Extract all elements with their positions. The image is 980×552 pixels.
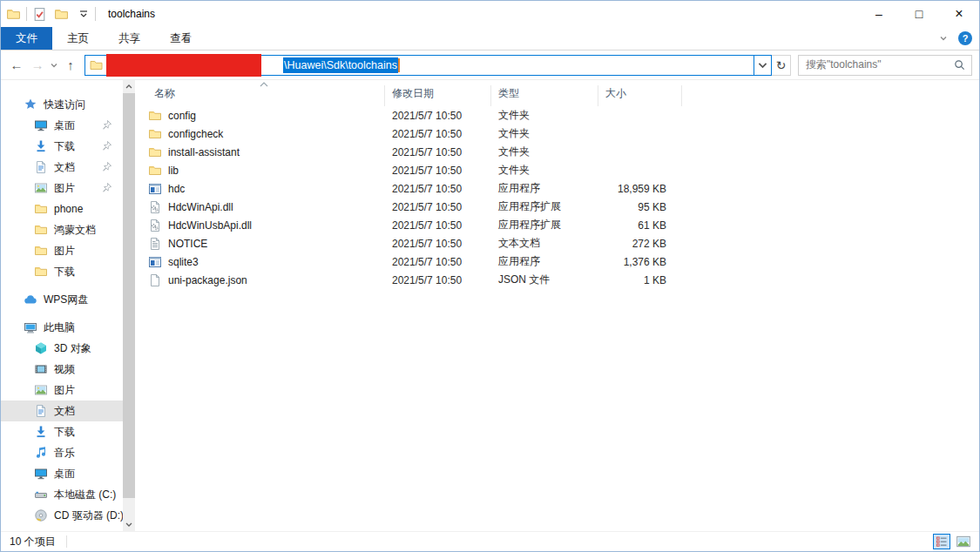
file-row[interactable]: lib2021/5/7 10:50文件夹 xyxy=(147,161,979,179)
sidebar-item-label: phone xyxy=(54,203,83,215)
search-placeholder: 搜索"toolchains" xyxy=(806,57,953,72)
title-bar: toolchains – □ × xyxy=(1,1,979,27)
cd-icon xyxy=(34,508,48,522)
sort-ascending-icon[interactable] xyxy=(259,81,269,88)
ribbon-tab[interactable]: 查看 xyxy=(155,27,206,50)
dll-icon xyxy=(148,200,162,214)
search-input[interactable]: 搜索"toolchains" xyxy=(798,55,972,76)
file-name: hdc xyxy=(168,183,185,195)
column-header-type[interactable]: 类型 xyxy=(491,85,598,106)
sidebar-item[interactable]: 桌面 xyxy=(1,463,123,484)
file-row[interactable]: uni-package.json2021/5/7 10:50JSON 文件1 K… xyxy=(147,271,979,289)
pin-icon xyxy=(101,119,112,131)
document-icon xyxy=(34,404,48,418)
file-row[interactable]: configcheck2021/5/7 10:50文件夹 xyxy=(147,125,979,143)
file-row[interactable]: sqlite32021/5/7 10:50应用程序1,376 KB xyxy=(147,252,979,271)
sidebar-item[interactable]: phone xyxy=(1,199,123,219)
file-type: 文件夹 xyxy=(491,163,598,178)
help-button[interactable]: ? xyxy=(958,31,972,45)
sidebar-item[interactable]: 此电脑 xyxy=(1,317,123,338)
sidebar-item[interactable]: 下载 xyxy=(1,261,123,282)
up-button[interactable]: ↑ xyxy=(60,55,81,76)
new-folder-icon[interactable] xyxy=(54,7,69,22)
file-size: 61 KB xyxy=(598,219,682,232)
properties-check-icon[interactable] xyxy=(32,7,47,22)
sidebar-item[interactable]: 下载 xyxy=(1,421,123,442)
thumbnails-view-button[interactable] xyxy=(955,534,972,549)
explorer-window: toolchains – □ × 文件主页共享查看 ? ← → ↑ \Huawe… xyxy=(0,0,980,552)
sidebar-item[interactable]: 桌面 xyxy=(1,115,123,136)
sidebar-item[interactable]: 本地磁盘 (C:) xyxy=(1,484,123,505)
file-row[interactable]: hdc2021/5/7 10:50应用程序18,959 KB xyxy=(147,179,979,198)
sidebar-item[interactable]: 文档 xyxy=(1,157,123,178)
file-row[interactable]: HdcWinApi.dll2021/5/7 10:50应用程序扩展95 KB xyxy=(147,198,979,216)
ribbon-tab[interactable]: 主页 xyxy=(52,27,104,50)
file-size: 18,959 KB xyxy=(598,183,682,195)
file-name: HdcWinUsbApi.dll xyxy=(168,219,252,232)
file-row[interactable]: HdcWinUsbApi.dll2021/5/7 10:50应用程序扩展61 K… xyxy=(147,216,979,234)
ribbon-collapse-icon[interactable] xyxy=(937,32,950,44)
folder-icon xyxy=(6,7,21,22)
file-date: 2021/5/7 10:50 xyxy=(385,146,491,158)
document-icon xyxy=(34,160,48,174)
disk-icon xyxy=(34,488,48,502)
sidebar-item[interactable]: CD 驱动器 (D:) xyxy=(1,505,123,526)
sidebar-item-label: 下载 xyxy=(54,425,75,440)
file-row[interactable]: install-assistant2021/5/7 10:50文件夹 xyxy=(147,143,979,161)
address-bar[interactable]: \Huawei\Sdk\toolchains xyxy=(84,55,772,76)
address-path-selected-text[interactable]: \Huawei\Sdk\toolchains xyxy=(283,57,398,73)
file-date: 2021/5/7 10:50 xyxy=(385,165,491,177)
column-header-name[interactable]: 名称 xyxy=(147,85,385,106)
refresh-button[interactable]: ↻ xyxy=(772,55,791,76)
minimize-button[interactable]: – xyxy=(859,1,899,27)
sidebar-item-label: 鸿蒙文档 xyxy=(54,223,96,238)
maximize-button[interactable]: □ xyxy=(899,1,939,27)
ribbon-tab[interactable]: 文件 xyxy=(1,27,52,50)
file-type: 文件夹 xyxy=(491,126,598,141)
picture-icon xyxy=(34,181,48,195)
sidebar-item[interactable]: 鸿蒙文档 xyxy=(1,219,123,240)
sidebar-item[interactable]: 3D 对象 xyxy=(1,338,123,359)
sidebar-scrollbar[interactable] xyxy=(123,80,135,531)
column-header-date[interactable]: 修改日期 xyxy=(385,85,491,106)
forward-button[interactable]: → xyxy=(27,55,48,76)
ribbon-tab[interactable]: 共享 xyxy=(104,27,155,50)
cloud-icon xyxy=(24,293,37,306)
file-row[interactable]: NOTICE2021/5/7 10:50文本文档272 KB xyxy=(147,234,979,252)
sidebar-item[interactable]: 下载 xyxy=(1,136,123,157)
desktop-icon xyxy=(34,467,48,481)
back-button[interactable]: ← xyxy=(6,55,27,76)
textdoc-icon xyxy=(148,237,162,251)
scrollbar-thumb[interactable] xyxy=(123,93,135,498)
divider xyxy=(26,7,27,21)
file-size: 95 KB xyxy=(598,201,682,213)
sidebar-item[interactable]: 图片 xyxy=(1,178,123,199)
address-dropdown-icon[interactable] xyxy=(754,56,771,75)
file-list-pane: 名称 修改日期 类型 大小 config2021/5/7 10:50文件夹con… xyxy=(135,80,979,531)
sidebar-item[interactable]: 图片 xyxy=(1,240,123,261)
close-button[interactable]: × xyxy=(939,1,979,27)
scroll-down-icon[interactable] xyxy=(123,518,135,531)
navigation-pane: 快速访问桌面下载文档图片phone鸿蒙文档图片下载WPS网盘此电脑3D 对象视频… xyxy=(1,80,123,531)
search-icon[interactable] xyxy=(953,58,966,71)
details-view-button[interactable] xyxy=(933,534,950,549)
file-name: uni-package.json xyxy=(168,274,247,286)
file-type: 应用程序 xyxy=(491,181,598,196)
sidebar-item-label: 文档 xyxy=(54,404,75,419)
column-header-size[interactable]: 大小 xyxy=(598,85,682,106)
file-row[interactable]: config2021/5/7 10:50文件夹 xyxy=(147,106,979,125)
recent-locations-icon[interactable] xyxy=(48,55,60,76)
sidebar-item[interactable]: WPS网盘 xyxy=(1,289,123,310)
sidebar-item-label: 此电脑 xyxy=(44,320,75,335)
scroll-up-icon[interactable] xyxy=(123,80,135,93)
sidebar-item[interactable]: 文档 xyxy=(1,401,123,421)
folder-icon xyxy=(34,223,48,237)
sidebar-item[interactable]: 视频 xyxy=(1,359,123,380)
file-name: NOTICE xyxy=(168,238,207,250)
file-size: 1 KB xyxy=(598,274,682,286)
sidebar-item[interactable]: 快速访问 xyxy=(1,94,123,115)
app-icon xyxy=(148,255,162,269)
sidebar-item[interactable]: 音乐 xyxy=(1,442,123,463)
sidebar-item[interactable]: 图片 xyxy=(1,380,123,401)
quick-access-toolbar-dropdown-icon[interactable] xyxy=(78,8,90,20)
